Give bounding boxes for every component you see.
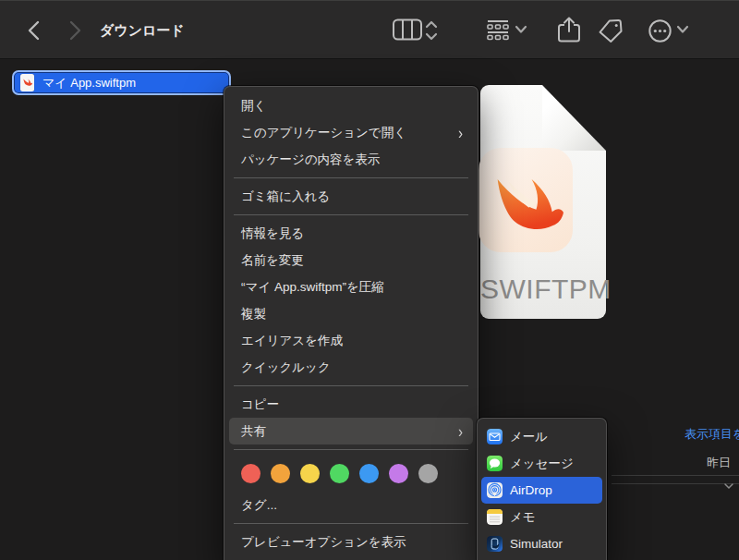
simulator-icon bbox=[487, 536, 503, 552]
menu-separator bbox=[234, 177, 468, 178]
menu-item-get-info[interactable]: 情報を見る bbox=[229, 220, 473, 247]
swiftpm-document-preview[interactable]: SWIFTPM bbox=[480, 85, 606, 319]
menu-item-duplicate[interactable]: 複製 bbox=[229, 300, 473, 327]
notes-icon bbox=[487, 509, 503, 525]
menu-item-copy[interactable]: コピー bbox=[229, 391, 473, 418]
date-modified-value: 昨日 bbox=[707, 455, 731, 471]
messages-icon bbox=[487, 456, 503, 471]
toolbar: ダウンロード bbox=[0, 0, 739, 59]
tag-color-green[interactable] bbox=[330, 464, 349, 483]
file-type-label: SWIFTPM bbox=[480, 274, 606, 305]
submenu-chevron-icon: › bbox=[458, 124, 463, 141]
selected-file-row[interactable]: マイ App.swiftpm bbox=[12, 70, 231, 95]
menu-separator bbox=[234, 523, 468, 524]
swiftpm-file-icon bbox=[20, 74, 34, 91]
forward-button[interactable] bbox=[67, 19, 83, 42]
menu-item-rename[interactable]: 名前を変更 bbox=[229, 247, 473, 274]
menu-item-move-to-trash[interactable]: ゴミ箱に入れる bbox=[229, 183, 473, 210]
share-submenu: メール メッセージ bbox=[477, 418, 607, 560]
submenu-chevron-icon: › bbox=[458, 422, 463, 440]
tag-color-gray[interactable] bbox=[418, 464, 438, 483]
share-item-label: メール bbox=[510, 429, 548, 445]
disclosure-caret-icon[interactable] bbox=[723, 477, 734, 493]
metadata-divider bbox=[612, 475, 739, 476]
tag-color-red[interactable] bbox=[241, 464, 260, 483]
back-button[interactable] bbox=[26, 19, 42, 42]
tag-icon[interactable] bbox=[597, 18, 624, 44]
context-menu: 開く このアプリケーションで開く› パッケージの内容を表示 ゴミ箱に入れる 情報… bbox=[224, 86, 479, 560]
share-item-airdrop[interactable]: AirDrop bbox=[481, 477, 602, 504]
menu-item-make-alias[interactable]: エイリアスを作成 bbox=[229, 327, 473, 354]
tag-colors-row bbox=[224, 455, 478, 492]
share-item-notes[interactable]: メモ bbox=[481, 504, 602, 530]
menu-item-share[interactable]: 共有› bbox=[229, 418, 473, 444]
share-item-label: メモ bbox=[510, 509, 536, 526]
menu-separator bbox=[234, 385, 468, 386]
menu-item-compress[interactable]: “マイ App.swiftpm”を圧縮 bbox=[229, 274, 473, 300]
show-more-items-link[interactable]: 表示項目を bbox=[684, 426, 739, 443]
menu-separator bbox=[234, 449, 468, 450]
swift-logo-badge bbox=[479, 148, 573, 252]
menu-item-show-preview-options[interactable]: プレビューオプションを表示 bbox=[229, 529, 473, 555]
share-item-label: メッセージ bbox=[510, 456, 574, 472]
share-item-simulator[interactable]: Simulator bbox=[481, 530, 602, 557]
airdrop-icon bbox=[487, 482, 503, 498]
tag-color-yellow[interactable] bbox=[300, 464, 320, 483]
share-item-label: AirDrop bbox=[510, 483, 552, 497]
menu-separator bbox=[234, 214, 468, 215]
menu-item-show-package-contents[interactable]: パッケージの内容を表示 bbox=[229, 146, 473, 173]
share-icon[interactable] bbox=[556, 16, 582, 44]
group-by-icon[interactable] bbox=[486, 18, 510, 41]
tag-color-blue[interactable] bbox=[359, 464, 379, 483]
column-view-icon[interactable] bbox=[392, 18, 423, 42]
more-actions-icon[interactable] bbox=[648, 18, 672, 43]
menu-item-quick-look[interactable]: クイックルック bbox=[229, 354, 473, 381]
tag-color-purple[interactable] bbox=[389, 464, 408, 483]
view-selector-chevrons-icon[interactable] bbox=[424, 18, 439, 43]
menu-item-open-with[interactable]: このアプリケーションで開く› bbox=[229, 119, 473, 146]
finder-window: ダウンロード bbox=[0, 0, 739, 560]
menu-item-tags[interactable]: タグ... bbox=[229, 492, 473, 518]
more-actions-chevron-icon[interactable] bbox=[675, 24, 690, 35]
menu-item-open[interactable]: 開く bbox=[229, 92, 473, 119]
selected-file-name: マイ App.swiftpm bbox=[42, 75, 136, 91]
share-item-mail[interactable]: メール bbox=[481, 423, 602, 450]
share-item-messages[interactable]: メッセージ bbox=[481, 450, 602, 477]
share-item-label: Simulator bbox=[510, 537, 563, 551]
window-title: ダウンロード bbox=[100, 22, 185, 40]
group-by-chevron-icon[interactable] bbox=[514, 24, 528, 35]
tag-color-orange[interactable] bbox=[271, 464, 290, 483]
metadata-divider bbox=[612, 483, 739, 484]
mail-icon bbox=[487, 429, 503, 444]
